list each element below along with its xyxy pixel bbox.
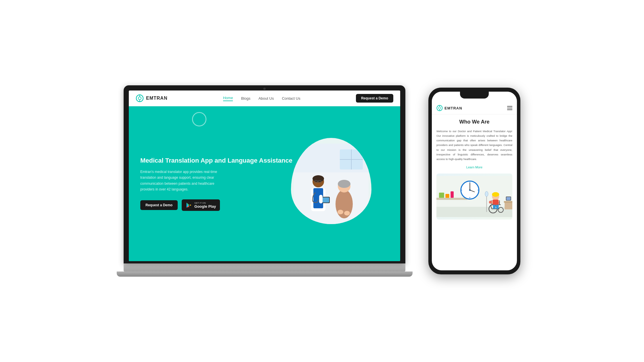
svg-point-1 xyxy=(138,97,141,100)
phone-nav-logo-text: EMTRAN xyxy=(444,106,462,110)
svg-rect-31 xyxy=(436,198,467,200)
nav-logo-text: EMTRAN xyxy=(146,96,167,101)
svg-rect-34 xyxy=(451,191,454,198)
logo-icon xyxy=(136,94,144,102)
nav-link-blogs[interactable]: Blogs xyxy=(241,96,250,101)
phone-learn-more-link[interactable]: Learn More xyxy=(436,165,512,169)
hero-subtitle: Emtran's medical translator app provides… xyxy=(140,169,227,192)
nav-link-about[interactable]: About Us xyxy=(258,96,274,101)
svg-point-57 xyxy=(489,201,492,204)
svg-rect-30 xyxy=(436,207,512,217)
phone-logo-icon xyxy=(436,105,443,111)
phone-device: EMTRAN Who We Are Welcome to our Doctor … xyxy=(428,88,520,274)
phone-medical-illustration xyxy=(436,174,512,219)
website: EMTRAN Home Blogs About Us Contact Us Re… xyxy=(129,90,400,261)
svg-point-60 xyxy=(485,191,488,197)
svg-rect-62 xyxy=(504,201,512,203)
website-nav: EMTRAN Home Blogs About Us Contact Us Re… xyxy=(129,90,400,106)
phone-content: EMTRAN Who We Are Welcome to our Doctor … xyxy=(432,102,517,270)
svg-point-52 xyxy=(492,192,499,197)
svg-rect-55 xyxy=(496,205,499,209)
hero-google-play-button[interactable]: GET IT ON Google Play xyxy=(182,199,220,211)
svg-rect-61 xyxy=(505,202,512,209)
hero-circle-decoration xyxy=(192,112,206,126)
hamburger-line-3 xyxy=(507,109,512,110)
hero-content: Medical Translation App and Language Ass… xyxy=(140,157,389,211)
laptop-screen-shell: EMTRAN Home Blogs About Us Contact Us Re… xyxy=(124,85,405,263)
website-hero: Medical Translation App and Language Ass… xyxy=(129,106,400,261)
phone-main-content: Who We Are Welcome to our Doctor and Pat… xyxy=(432,114,517,270)
phone-nav-logo: EMTRAN xyxy=(436,105,462,111)
nav-links: Home Blogs About Us Contact Us xyxy=(223,96,300,101)
svg-rect-64 xyxy=(506,197,510,200)
phone-nav: EMTRAN xyxy=(432,102,517,114)
google-play-large-text: Google Play xyxy=(194,204,216,209)
nav-cta-button[interactable]: Request a Demo xyxy=(356,94,393,103)
hero-demo-button[interactable]: Request a Demo xyxy=(140,200,178,210)
hero-title: Medical Translation App and Language Ass… xyxy=(140,157,389,165)
phone-section-title: Who We Are xyxy=(436,119,512,125)
svg-point-14 xyxy=(344,211,350,215)
laptop-foot xyxy=(117,272,413,277)
phone-screen: EMTRAN Who We Are Welcome to our Doctor … xyxy=(432,92,517,270)
nav-link-contact[interactable]: Contact Us xyxy=(282,96,300,101)
google-play-text: GET IT ON Google Play xyxy=(194,202,216,209)
nav-logo: EMTRAN xyxy=(136,94,167,102)
svg-point-26 xyxy=(438,107,441,109)
phone-notch xyxy=(460,92,489,99)
scene: EMTRAN Home Blogs About Us Contact Us Re… xyxy=(0,0,644,362)
phone-shell: EMTRAN Who We Are Welcome to our Doctor … xyxy=(428,88,520,274)
hamburger-menu-icon[interactable] xyxy=(507,106,512,110)
google-play-small-text: GET IT ON xyxy=(194,202,216,204)
hero-buttons: Request a Demo xyxy=(140,199,389,211)
hamburger-line-2 xyxy=(507,108,512,108)
svg-rect-33 xyxy=(445,194,449,198)
phone-image-block xyxy=(436,174,512,219)
laptop-base xyxy=(124,263,405,272)
nav-link-home[interactable]: Home xyxy=(223,96,233,101)
phone-section-body: Welcome to our Doctor and Patient Medica… xyxy=(436,129,512,161)
laptop-screen: EMTRAN Home Blogs About Us Contact Us Re… xyxy=(129,90,400,261)
svg-rect-53 xyxy=(492,200,499,205)
hamburger-line-1 xyxy=(507,106,512,107)
laptop-device: EMTRAN Home Blogs About Us Contact Us Re… xyxy=(124,85,405,277)
svg-rect-54 xyxy=(493,205,496,209)
google-play-icon xyxy=(186,202,192,208)
svg-rect-32 xyxy=(439,193,444,198)
